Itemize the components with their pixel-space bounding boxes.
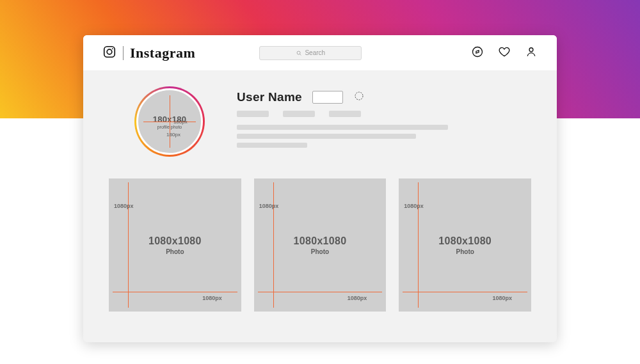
svg-point-3 [298,51,301,54]
photo-grid: 1080px 1080px 1080x1080 Photo 1080px 108… [83,157,557,312]
stat-placeholder [237,111,269,117]
bio-placeholder [237,125,531,148]
search-input[interactable]: Search [259,46,362,60]
profile-icon[interactable] [525,45,538,61]
explore-icon[interactable] [471,45,484,61]
tile-horizontal-label: 1080px [492,295,512,301]
brand-divider [123,46,124,60]
svg-rect-0 [104,46,115,57]
avatar-radius-v: 180px [166,132,180,138]
tile-dimension: 1080x1080 [294,235,347,247]
svg-point-7 [529,47,533,51]
tile-sublabel: Photo [311,248,329,255]
tile-dimension: 1080x1080 [438,235,492,247]
tile-horizontal-label: 1080px [348,295,367,301]
photo-tile[interactable]: 1080px 1080px 1080x1080 Photo [109,178,241,312]
tile-dimension: 1080x1080 [148,235,202,247]
top-nav: Instagram Search [83,35,557,71]
tile-vertical-label: 1080px [404,203,424,209]
stat-placeholder [283,111,315,117]
avatar-guides [138,90,201,153]
profile-meta: User Name [237,86,531,157]
stats-row [237,111,531,117]
tile-sublabel: Photo [166,248,184,255]
svg-marker-6 [476,50,479,52]
svg-point-5 [473,47,483,56]
search-placeholder: Search [305,49,325,56]
settings-badge-icon[interactable] [353,90,365,104]
avatar[interactable]: 180x180 profile photo 180px 180px [134,86,205,157]
tile-vertical-label: 1080px [114,203,134,209]
svg-point-1 [107,49,112,54]
svg-point-2 [112,48,113,49]
tile-horizontal-label: 1080px [202,295,222,301]
brand[interactable]: Instagram [102,45,195,61]
photo-tile[interactable]: 1080px 1080px 1080x1080 Photo [399,178,531,312]
svg-point-8 [355,92,363,100]
avatar-radius-h: 180px [173,119,188,125]
tile-vertical-label: 1080px [259,203,279,209]
profile-header: 180x180 profile photo 180px 180px User N… [83,71,557,157]
app-window: Instagram Search [83,35,557,342]
instagram-glyph-icon [102,45,116,61]
brand-wordmark: Instagram [130,45,195,61]
svg-line-4 [300,54,301,55]
tile-sublabel: Photo [456,248,474,255]
photo-tile[interactable]: 1080px 1080px 1080x1080 Photo [254,178,387,312]
stat-placeholder [329,111,361,117]
username: User Name [237,90,302,104]
follow-button[interactable] [312,91,343,104]
heart-icon[interactable] [498,45,511,61]
